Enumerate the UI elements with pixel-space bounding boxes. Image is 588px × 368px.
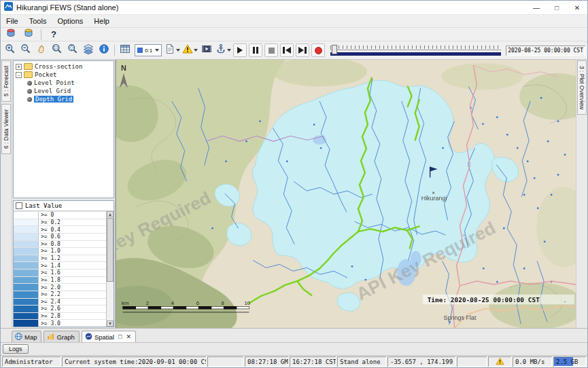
database-red-icon xyxy=(6,28,16,41)
legend-swatch xyxy=(14,284,39,291)
zoom-in-button[interactable] xyxy=(3,43,18,58)
zoom-rectangle-button[interactable] xyxy=(50,43,65,58)
legend-entry: >= 1.0 xyxy=(14,247,107,255)
warnings-dropdown-button[interactable] xyxy=(181,43,198,58)
legend-swatch xyxy=(14,226,39,233)
tree-leaf-depth-grid[interactable]: Depth Grid xyxy=(14,95,114,103)
legend-label: >= 1.2 xyxy=(39,255,60,262)
scroll-down-icon[interactable] xyxy=(107,320,114,327)
scroll-up-icon[interactable] xyxy=(107,211,114,217)
time-slider-range-bar xyxy=(330,52,501,56)
grid-icon xyxy=(120,43,131,57)
grid-display-button[interactable] xyxy=(118,43,133,58)
step-forward-button[interactable] xyxy=(296,43,309,57)
maximize-button[interactable]: □ xyxy=(547,1,567,14)
stop-button[interactable] xyxy=(264,43,278,57)
tab-graph[interactable]: Graph xyxy=(44,331,79,342)
document-icon xyxy=(165,43,175,57)
toolbar-separator xyxy=(114,45,115,56)
tree-leaf-label: Level Point xyxy=(34,79,75,86)
legend-label: >= 0.6 xyxy=(39,234,60,240)
layer-tree: + Cross-section - Pocket Level Point Lev… xyxy=(13,60,114,198)
time-slider-thumb[interactable] xyxy=(332,45,337,54)
help-button[interactable]: ? xyxy=(46,27,61,42)
collapse-icon[interactable]: - xyxy=(16,72,22,78)
folder-icon xyxy=(24,71,33,78)
anchor-dropdown-button[interactable] xyxy=(215,43,232,58)
svg-text:km: km xyxy=(122,300,129,306)
status-warning-cell[interactable] xyxy=(488,356,511,367)
legend-swatch xyxy=(14,291,39,298)
animation-button[interactable] xyxy=(199,43,214,58)
minimize-button[interactable]: — xyxy=(526,1,547,14)
status-gmt-time: 08:27:18 GMT xyxy=(245,356,288,367)
play-button[interactable] xyxy=(233,43,247,57)
svg-text:Time: 2020-08-25 00:00:00 CST: Time: 2020-08-25 00:00:00 CST xyxy=(428,296,540,303)
menu-file[interactable]: File xyxy=(1,16,24,26)
view-tab-bar: Map Graph Spatial □ ✕ xyxy=(1,328,587,342)
legend-label: >= 1.0 xyxy=(39,248,60,255)
zoom-in-icon xyxy=(5,43,16,57)
undock-tab-icon[interactable]: □ xyxy=(118,333,122,340)
main-content: 5 : Forecast 6 : Data Viewer + Cross-sec… xyxy=(1,60,587,328)
pause-button[interactable] xyxy=(249,43,262,57)
status-throughput: 0.0 MB/s xyxy=(513,356,552,367)
svg-text:4: 4 xyxy=(171,300,175,306)
tab-data-viewer[interactable]: 6 : Data Viewer xyxy=(1,104,11,154)
database-export-button[interactable] xyxy=(3,27,18,42)
last-value-label: Last Value xyxy=(25,202,62,209)
map-canvas[interactable]: API Key Required API Key Required Hikura… xyxy=(116,60,576,328)
status-spacer xyxy=(207,356,243,367)
data-viewer-panel: + Cross-section - Pocket Level Point Lev… xyxy=(12,60,116,328)
layer-color-icon xyxy=(137,48,143,53)
time-slider[interactable] xyxy=(330,45,501,56)
layers-button[interactable] xyxy=(81,43,96,58)
legend-entry: >= 1.4 xyxy=(14,261,107,269)
scale-ratio-combo[interactable]: 0:1 xyxy=(135,44,162,56)
status-spacer xyxy=(457,356,487,367)
menu-tools[interactable]: Tools xyxy=(24,16,52,26)
close-tab-icon[interactable]: ✕ xyxy=(126,333,131,340)
left-tab-strip: 5 : Forecast 6 : Data Viewer xyxy=(1,60,12,328)
close-button[interactable]: ✕ xyxy=(567,1,587,14)
tree-leaf-level-grid[interactable]: Level Grid xyxy=(14,87,114,95)
legend-swatch xyxy=(14,313,39,320)
logs-button[interactable]: Logs xyxy=(3,344,29,354)
zoom-rectangle-icon xyxy=(52,43,63,57)
legend-header: Last Value xyxy=(14,201,114,211)
title-bar: Hikurangi FEWS (Stand alone) — □ ✕ xyxy=(1,1,587,15)
expand-icon[interactable]: + xyxy=(16,64,22,70)
info-button[interactable] xyxy=(97,43,111,58)
tab-map[interactable]: Map xyxy=(12,331,41,342)
tree-node-pocket[interactable]: - Pocket xyxy=(14,71,114,79)
status-memory: 2.5 GB xyxy=(553,356,586,367)
legend-swatch xyxy=(14,306,39,312)
pan-button[interactable] xyxy=(34,43,49,58)
database-import-button[interactable] xyxy=(21,27,36,42)
menu-options[interactable]: Options xyxy=(52,16,88,26)
step-forward-icon xyxy=(298,47,304,54)
tab-forecast[interactable]: 5 : Forecast xyxy=(1,60,11,102)
menu-bar: File Tools Options Help xyxy=(1,15,587,28)
last-value-checkbox[interactable] xyxy=(16,202,22,209)
record-button[interactable] xyxy=(311,43,325,57)
document-dropdown-button[interactable] xyxy=(164,43,181,58)
legend-entry: >= 2.6 xyxy=(14,305,107,312)
scrollbar-thumb[interactable] xyxy=(107,218,114,282)
tab-graph-label: Graph xyxy=(56,333,74,341)
legend-scrollbar[interactable] xyxy=(106,211,114,327)
tree-node-cross-section[interactable]: + Cross-section xyxy=(14,62,114,71)
tree-leaf-level-point[interactable]: Level Point xyxy=(14,79,114,87)
tree-node-label: Cross-section xyxy=(35,63,82,70)
zoom-out-button[interactable] xyxy=(18,43,33,58)
tab-plot-overview[interactable]: 3 : Plot Overview xyxy=(577,60,587,115)
tab-spatial[interactable]: Spatial □ ✕ xyxy=(82,331,136,342)
movie-icon xyxy=(201,43,212,57)
step-back-button[interactable] xyxy=(280,43,294,57)
svg-text:8: 8 xyxy=(222,300,225,306)
menu-help[interactable]: Help xyxy=(88,16,115,26)
legend-label: >= 1.6 xyxy=(39,270,60,276)
svg-text:10: 10 xyxy=(244,300,250,306)
chevron-down-icon xyxy=(176,49,180,52)
zoom-extent-button[interactable] xyxy=(65,43,80,58)
